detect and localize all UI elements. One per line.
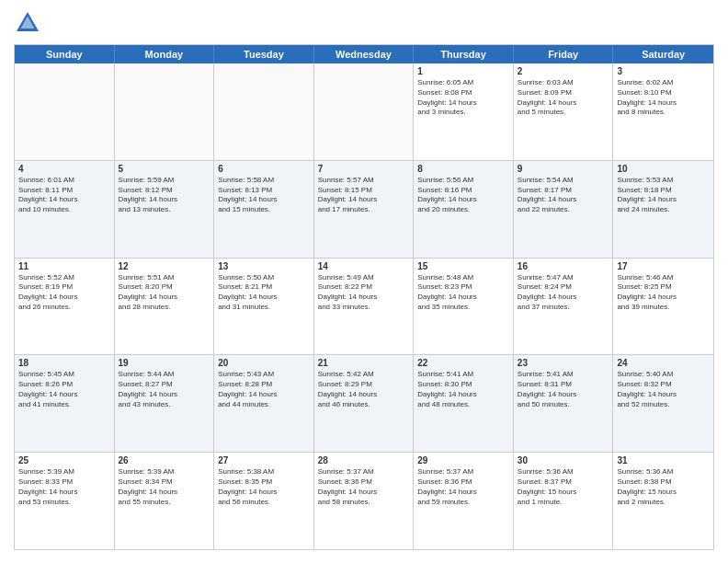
day-number: 22 <box>417 358 509 368</box>
calendar-row: 11Sunrise: 5:52 AM Sunset: 8:19 PM Dayli… <box>15 259 713 356</box>
day-number: 1 <box>417 66 509 76</box>
day-number: 31 <box>617 455 710 465</box>
calendar-cell: 6Sunrise: 5:58 AM Sunset: 8:13 PM Daylig… <box>214 161 314 258</box>
calendar-header-cell: Tuesday <box>214 45 314 63</box>
calendar-body: 1Sunrise: 6:05 AM Sunset: 8:08 PM Daylig… <box>15 63 713 549</box>
day-info: Sunrise: 5:37 AM Sunset: 8:36 PM Dayligh… <box>417 467 509 507</box>
calendar-cell: 13Sunrise: 5:50 AM Sunset: 8:21 PM Dayli… <box>214 259 314 355</box>
page: SundayMondayTuesdayWednesdayThursdayFrid… <box>0 0 728 563</box>
day-info: Sunrise: 5:41 AM Sunset: 8:30 PM Dayligh… <box>417 370 509 409</box>
day-info: Sunrise: 5:58 AM Sunset: 8:13 PM Dayligh… <box>218 176 310 215</box>
calendar-header-cell: Wednesday <box>314 45 415 63</box>
calendar-cell: 9Sunrise: 5:54 AM Sunset: 8:17 PM Daylig… <box>514 161 614 258</box>
day-info: Sunrise: 5:59 AM Sunset: 8:12 PM Dayligh… <box>119 176 210 215</box>
day-number: 11 <box>18 261 110 271</box>
day-number: 8 <box>417 164 509 174</box>
calendar-header-cell: Monday <box>115 45 215 63</box>
logo-icon <box>14 9 41 37</box>
calendar-cell: 17Sunrise: 5:46 AM Sunset: 8:25 PM Dayli… <box>613 259 713 355</box>
day-info: Sunrise: 5:42 AM Sunset: 8:29 PM Dayligh… <box>318 370 410 409</box>
calendar-cell: 25Sunrise: 5:39 AM Sunset: 8:33 PM Dayli… <box>15 453 115 549</box>
day-number: 18 <box>18 358 110 368</box>
calendar-row: 18Sunrise: 5:45 AM Sunset: 8:26 PM Dayli… <box>15 355 713 453</box>
day-number: 17 <box>617 261 710 271</box>
day-info: Sunrise: 6:01 AM Sunset: 8:11 PM Dayligh… <box>18 176 110 215</box>
calendar-cell <box>314 63 415 160</box>
day-info: Sunrise: 5:53 AM Sunset: 8:18 PM Dayligh… <box>617 176 710 215</box>
calendar-cell: 31Sunrise: 5:36 AM Sunset: 8:38 PM Dayli… <box>613 453 713 549</box>
day-info: Sunrise: 5:44 AM Sunset: 8:27 PM Dayligh… <box>119 370 210 409</box>
day-number: 26 <box>119 455 210 465</box>
calendar-cell: 14Sunrise: 5:49 AM Sunset: 8:22 PM Dayli… <box>314 259 415 355</box>
day-info: Sunrise: 5:43 AM Sunset: 8:28 PM Dayligh… <box>218 370 310 409</box>
day-info: Sunrise: 5:36 AM Sunset: 8:37 PM Dayligh… <box>518 467 609 507</box>
calendar-cell: 3Sunrise: 6:02 AM Sunset: 8:10 PM Daylig… <box>613 63 713 160</box>
day-number: 16 <box>518 261 609 271</box>
day-info: Sunrise: 5:37 AM Sunset: 8:36 PM Dayligh… <box>318 467 410 507</box>
calendar-cell: 19Sunrise: 5:44 AM Sunset: 8:27 PM Dayli… <box>115 355 215 452</box>
day-info: Sunrise: 5:48 AM Sunset: 8:23 PM Dayligh… <box>417 273 509 313</box>
day-number: 28 <box>318 455 410 465</box>
day-info: Sunrise: 5:52 AM Sunset: 8:19 PM Dayligh… <box>18 273 110 313</box>
calendar-cell: 7Sunrise: 5:57 AM Sunset: 8:15 PM Daylig… <box>314 161 415 258</box>
calendar-cell: 20Sunrise: 5:43 AM Sunset: 8:28 PM Dayli… <box>214 355 314 452</box>
calendar-header-cell: Saturday <box>613 45 713 63</box>
calendar-cell: 29Sunrise: 5:37 AM Sunset: 8:36 PM Dayli… <box>414 453 514 549</box>
day-number: 6 <box>218 164 310 174</box>
calendar-cell: 10Sunrise: 5:53 AM Sunset: 8:18 PM Dayli… <box>613 161 713 258</box>
day-info: Sunrise: 6:05 AM Sunset: 8:08 PM Dayligh… <box>417 78 509 118</box>
calendar-cell: 15Sunrise: 5:48 AM Sunset: 8:23 PM Dayli… <box>414 259 514 355</box>
day-info: Sunrise: 5:51 AM Sunset: 8:20 PM Dayligh… <box>119 273 210 313</box>
calendar: SundayMondayTuesdayWednesdayThursdayFrid… <box>14 44 714 550</box>
day-info: Sunrise: 5:39 AM Sunset: 8:33 PM Dayligh… <box>18 467 110 507</box>
logo <box>14 9 45 37</box>
day-number: 24 <box>617 358 710 368</box>
calendar-cell: 4Sunrise: 6:01 AM Sunset: 8:11 PM Daylig… <box>15 161 115 258</box>
calendar-cell: 26Sunrise: 5:39 AM Sunset: 8:34 PM Dayli… <box>115 453 215 549</box>
day-info: Sunrise: 5:40 AM Sunset: 8:32 PM Dayligh… <box>617 370 710 409</box>
day-number: 27 <box>218 455 310 465</box>
calendar-header-cell: Sunday <box>15 45 115 63</box>
day-info: Sunrise: 5:50 AM Sunset: 8:21 PM Dayligh… <box>218 273 310 313</box>
day-info: Sunrise: 5:45 AM Sunset: 8:26 PM Dayligh… <box>18 370 110 409</box>
day-info: Sunrise: 5:38 AM Sunset: 8:35 PM Dayligh… <box>218 467 310 507</box>
calendar-cell: 18Sunrise: 5:45 AM Sunset: 8:26 PM Dayli… <box>15 355 115 452</box>
day-info: Sunrise: 6:02 AM Sunset: 8:10 PM Dayligh… <box>617 78 710 118</box>
day-number: 14 <box>318 261 410 271</box>
calendar-cell: 11Sunrise: 5:52 AM Sunset: 8:19 PM Dayli… <box>15 259 115 355</box>
calendar-cell: 12Sunrise: 5:51 AM Sunset: 8:20 PM Dayli… <box>115 259 215 355</box>
day-info: Sunrise: 5:47 AM Sunset: 8:24 PM Dayligh… <box>518 273 609 313</box>
calendar-header-cell: Friday <box>514 45 614 63</box>
calendar-header-cell: Thursday <box>414 45 514 63</box>
calendar-cell: 27Sunrise: 5:38 AM Sunset: 8:35 PM Dayli… <box>214 453 314 549</box>
day-number: 3 <box>617 66 710 76</box>
day-info: Sunrise: 5:46 AM Sunset: 8:25 PM Dayligh… <box>617 273 710 313</box>
day-number: 12 <box>119 261 210 271</box>
day-info: Sunrise: 5:49 AM Sunset: 8:22 PM Dayligh… <box>318 273 410 313</box>
calendar-cell <box>15 63 115 160</box>
calendar-cell: 21Sunrise: 5:42 AM Sunset: 8:29 PM Dayli… <box>314 355 415 452</box>
day-number: 20 <box>218 358 310 368</box>
day-number: 5 <box>119 164 210 174</box>
day-number: 7 <box>318 164 410 174</box>
day-number: 30 <box>518 455 609 465</box>
day-info: Sunrise: 5:56 AM Sunset: 8:16 PM Dayligh… <box>417 176 509 215</box>
day-info: Sunrise: 5:57 AM Sunset: 8:15 PM Dayligh… <box>318 176 410 215</box>
calendar-cell: 22Sunrise: 5:41 AM Sunset: 8:30 PM Dayli… <box>414 355 514 452</box>
day-info: Sunrise: 5:41 AM Sunset: 8:31 PM Dayligh… <box>518 370 609 409</box>
day-number: 23 <box>518 358 609 368</box>
day-number: 29 <box>417 455 509 465</box>
calendar-cell: 30Sunrise: 5:36 AM Sunset: 8:37 PM Dayli… <box>514 453 614 549</box>
calendar-row: 1Sunrise: 6:05 AM Sunset: 8:08 PM Daylig… <box>15 63 713 161</box>
day-info: Sunrise: 5:39 AM Sunset: 8:34 PM Dayligh… <box>119 467 210 507</box>
calendar-cell: 8Sunrise: 5:56 AM Sunset: 8:16 PM Daylig… <box>414 161 514 258</box>
day-info: Sunrise: 6:03 AM Sunset: 8:09 PM Dayligh… <box>518 78 609 118</box>
day-number: 4 <box>18 164 110 174</box>
calendar-cell: 1Sunrise: 6:05 AM Sunset: 8:08 PM Daylig… <box>414 63 514 160</box>
day-number: 25 <box>18 455 110 465</box>
calendar-header: SundayMondayTuesdayWednesdayThursdayFrid… <box>15 45 713 63</box>
day-info: Sunrise: 5:54 AM Sunset: 8:17 PM Dayligh… <box>518 176 609 215</box>
calendar-cell: 24Sunrise: 5:40 AM Sunset: 8:32 PM Dayli… <box>613 355 713 452</box>
day-number: 21 <box>318 358 410 368</box>
day-info: Sunrise: 5:36 AM Sunset: 8:38 PM Dayligh… <box>617 467 710 507</box>
